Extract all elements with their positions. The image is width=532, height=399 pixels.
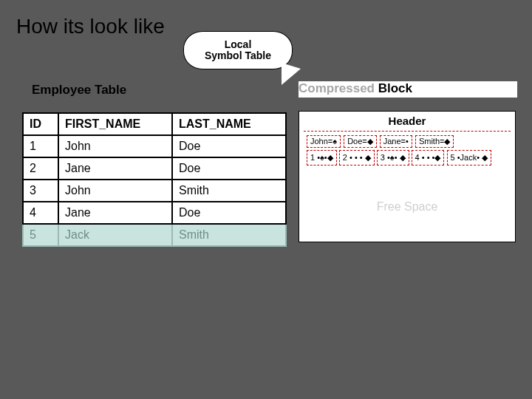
free-space-label: Free Space: [299, 200, 515, 214]
block-word: Block: [375, 81, 412, 95]
symbol-entry: Jane=•: [380, 135, 412, 148]
symbol-table-row: John=♠ Doe=◆ Jane=• Smith=◆: [307, 135, 508, 148]
data-entry: 1 •♠•◆: [307, 150, 337, 166]
col-id: ID: [23, 113, 58, 135]
data-entry: 4 • • •◆: [412, 150, 445, 166]
compressed-block-label: Compressed Block: [299, 81, 517, 98]
col-first-name: FIRST_NAME: [58, 113, 172, 135]
table-row: 2 Jane Doe: [23, 157, 286, 180]
data-entry: 3 •♠• ◆: [377, 150, 409, 166]
compressed-word: Compressed: [299, 81, 375, 95]
slide-title: How its look like: [16, 15, 165, 38]
employee-table: ID FIRST_NAME LAST_NAME 1 John Doe 2 Jan…: [22, 112, 287, 247]
table-row: 3 John Smith: [23, 180, 286, 202]
data-section: 1 •♠•◆ 2 • • • ◆ 3 •♠• ◆ 4 • • •◆ 5 •Jac…: [307, 150, 508, 167]
callout-local-symbol-table: Local Symbol Table: [183, 31, 293, 69]
col-last-name: LAST_NAME: [172, 113, 286, 135]
header-divider: [304, 131, 511, 132]
table-header-row: ID FIRST_NAME LAST_NAME: [23, 113, 286, 135]
symbol-entry: Smith=◆: [415, 135, 454, 148]
symbol-entry: Doe=◆: [344, 135, 377, 148]
data-entry: 2 • • • ◆: [339, 150, 375, 166]
symbol-entry: John=♠: [307, 135, 341, 148]
data-entry: 5 •Jack• ◆: [447, 150, 492, 166]
callout-text: Local Symbol Table: [205, 39, 271, 62]
table-row: 4 Jane Doe: [23, 202, 286, 224]
table-row: 1 John Doe: [23, 135, 286, 157]
employee-table-label: Employee Table: [32, 83, 126, 98]
compressed-block: Header John=♠ Doe=◆ Jane=• Smith=◆ 1 •♠•…: [299, 111, 516, 242]
table-row-highlighted: 5 Jack Smith: [23, 224, 286, 246]
block-header: Header: [299, 115, 515, 127]
